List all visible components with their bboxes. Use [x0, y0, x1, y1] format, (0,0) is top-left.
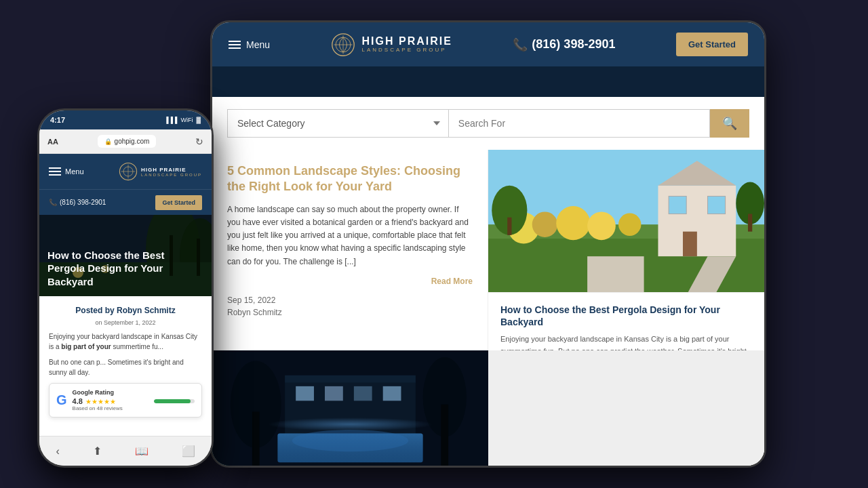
- tablet-menu-button[interactable]: Menu: [229, 39, 270, 50]
- rating-bar: [154, 399, 195, 403]
- phone-hero-section: How to Choose the Best Pergola Design fo…: [39, 215, 212, 296]
- blog-post-2-excerpt: Enjoying your backyard landscape in Kans…: [500, 333, 752, 350]
- brand-name: HIGH PRAIRIE: [362, 35, 452, 47]
- phone-menu-label: Menu: [65, 167, 84, 176]
- phone-icon-small: 📞: [49, 199, 57, 206]
- tablet-logo: HIGH PRAIRIE LANDSCAPE GROUP: [331, 33, 452, 57]
- article-highlight: big part of your: [61, 343, 111, 350]
- status-time: 4:17: [50, 116, 65, 124]
- menu-label: Menu: [246, 39, 270, 50]
- svg-rect-24: [441, 405, 448, 466]
- phone-article-text-2: But no one can p... Sometimes it's brigh…: [49, 357, 202, 378]
- phone-hero-title-wrapper: How to Choose the Best Pergola Design fo…: [47, 249, 203, 289]
- svg-point-33: [292, 430, 408, 451]
- pool-night-image: [212, 350, 488, 466]
- blog-right-column: How to Choose the Best Pergola Design fo…: [488, 150, 764, 350]
- signal-icon: ▐▐▐: [164, 117, 177, 123]
- svg-rect-7: [708, 196, 726, 214]
- svg-rect-26: [285, 375, 416, 383]
- phone-get-started-button[interactable]: Get Started: [155, 195, 202, 210]
- svg-rect-15: [507, 218, 511, 235]
- refresh-button[interactable]: ↻: [195, 136, 203, 147]
- phone-hero-bg: How to Choose the Best Pergola Design fo…: [39, 215, 212, 296]
- phone-status-bar: 4:17 ▐▐▐ WiFi ▓: [39, 110, 212, 129]
- phone-brand-name: HIGH PRAIRIE: [141, 167, 202, 173]
- pool-lights-effect: [267, 418, 433, 431]
- phone-brand-sub: LANDSCAPE GROUP: [141, 173, 202, 177]
- bottom-right-placeholder: [488, 350, 764, 466]
- phone-icon: 📞: [513, 37, 528, 52]
- phone-article: Posted by Robyn Schmitz on September 1, …: [39, 296, 212, 436]
- search-input[interactable]: [448, 109, 710, 138]
- tablet-phone-number: 📞 (816) 398-2901: [513, 37, 615, 52]
- blog-grid: 5 Common Landscape Styles: Choosing the …: [212, 150, 764, 350]
- svg-rect-29: [354, 386, 372, 401]
- status-icons: ▐▐▐ WiFi ▓: [164, 117, 201, 123]
- blog-post-1-author: Robyn Schmitz: [227, 308, 473, 317]
- hamburger-icon: [229, 41, 241, 49]
- tablet-screen: Menu HIGH PRAIRIE LANDSCAPE GROUP 📞 (816…: [212, 22, 764, 466]
- back-button[interactable]: ‹: [56, 445, 59, 458]
- blog-image-landscape: [488, 150, 764, 292]
- phone-nav: Menu HIGH PRAIRIE LANDSCAPE GROUP: [39, 154, 212, 189]
- get-started-button[interactable]: Get Started: [676, 33, 748, 56]
- article-text-after: summertime fu...: [113, 343, 163, 350]
- share-button[interactable]: ⬆: [93, 445, 102, 458]
- category-select[interactable]: Select Category: [227, 109, 448, 138]
- phone-article-text-1: Enjoying your backyard landscape in Kans…: [49, 331, 202, 352]
- tablet-dark-bar: [212, 66, 764, 97]
- svg-point-13: [618, 214, 641, 236]
- blog-post-2-card: How to Choose the Best Pergola Design fo…: [488, 292, 764, 350]
- svg-point-12: [587, 211, 616, 240]
- svg-rect-28: [325, 386, 343, 401]
- battery-icon: ▓: [196, 117, 201, 123]
- svg-rect-19: [587, 256, 644, 292]
- bookmarks-button[interactable]: 📖: [135, 445, 149, 458]
- svg-rect-22: [252, 411, 260, 466]
- phone-author-line: Posted by Robyn Schmitz: [49, 306, 202, 315]
- tabs-button[interactable]: ⬜: [182, 445, 195, 458]
- phone-menu-button[interactable]: Menu: [49, 167, 84, 176]
- logo-text: HIGH PRAIRIE LANDSCAPE GROUP: [362, 35, 452, 53]
- landscape-image-placeholder: [488, 150, 764, 292]
- lock-icon: 🔒: [104, 138, 112, 145]
- blog-post-1-title: 5 Common Landscape Styles: Choosing the …: [227, 163, 473, 195]
- svg-point-11: [556, 206, 590, 240]
- svg-rect-6: [669, 196, 686, 214]
- brand-sub: LANDSCAPE GROUP: [362, 47, 452, 54]
- phone-screen: 4:17 ▐▐▐ WiFi ▓ AA 🔒 gohpig.com ↻ Menu: [39, 110, 212, 466]
- svg-point-10: [532, 211, 558, 237]
- phone-device: 4:17 ▐▐▐ WiFi ▓ AA 🔒 gohpig.com ↻ Menu: [37, 108, 214, 468]
- search-button[interactable]: 🔍: [710, 109, 749, 138]
- blog-post-1-excerpt: A home landscape can say so much about t…: [227, 203, 473, 268]
- url-bar[interactable]: 🔒 gohpig.com: [98, 135, 157, 148]
- svg-rect-8: [683, 232, 697, 257]
- phone-number-small: 📞 (816) 398-2901: [49, 199, 106, 206]
- blog-bottom-row: [212, 350, 764, 466]
- phone-number: (816) 398-2901: [532, 37, 615, 52]
- blog-post-1-date: Sep 15, 2022: [227, 296, 473, 305]
- rating-fill: [154, 399, 191, 403]
- svg-rect-30: [383, 386, 401, 401]
- phone-hamburger-icon: [49, 167, 61, 176]
- tablet-nav: Menu HIGH PRAIRIE LANDSCAPE GROUP 📞 (816…: [212, 22, 764, 66]
- phone-number-text: (816) 398-2901: [60, 199, 106, 206]
- rating-stars: ★★★★★: [85, 398, 116, 405]
- read-more-link[interactable]: Read More: [227, 277, 473, 286]
- rating-info: Google Rating 4.8 ★★★★★ Based on 48 revi…: [73, 389, 149, 411]
- svg-rect-17: [748, 214, 752, 232]
- rating-score: 4.8: [73, 397, 83, 405]
- phone-date-line: on September 1, 2022: [49, 319, 202, 326]
- phone-browser-bar: AA 🔒 gohpig.com ↻: [39, 129, 212, 154]
- tablet-search-bar: Select Category 🔍: [212, 97, 764, 150]
- phone-logo-icon: [119, 162, 138, 181]
- pool-night-bg: [212, 350, 488, 466]
- google-rating-widget: G Google Rating 4.8 ★★★★★ Based on 48 re…: [49, 383, 202, 418]
- aa-button[interactable]: AA: [47, 138, 58, 146]
- google-logo: G: [56, 392, 67, 408]
- rating-count: Based on 48 reviews: [73, 405, 149, 411]
- wifi-icon: WiFi: [180, 117, 193, 123]
- svg-rect-27: [296, 386, 314, 401]
- rating-label: Google Rating: [73, 389, 149, 396]
- tablet-content: Select Category 🔍 5 Common Landscape Sty…: [212, 97, 764, 466]
